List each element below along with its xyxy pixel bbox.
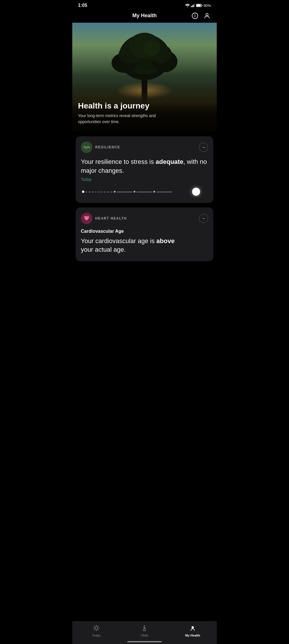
heart-health-icon: [81, 213, 92, 224]
resilience-label: RESILIENCE: [95, 145, 120, 149]
hero-title: Health is a journey: [78, 101, 211, 110]
status-bar: 1:05 90%: [72, 0, 217, 10]
battery-icon: [196, 4, 202, 7]
person-icon: [204, 12, 210, 19]
heart-health-arrow-button[interactable]: →: [199, 214, 208, 223]
info-button[interactable]: [191, 12, 199, 20]
hero-text-overlay: Health is a journey Your long-term metri…: [72, 96, 217, 132]
svg-rect-2: [192, 5, 193, 7]
heart-health-label: HEART HEALTH: [95, 216, 127, 220]
cardiovascular-age-text: Your cardiovascular age is aboveyour act…: [81, 237, 208, 255]
wifi-icon: [185, 4, 190, 7]
header-actions: [191, 12, 211, 20]
signal-icon: [191, 4, 195, 7]
resilience-card[interactable]: RESILIENCE → Your resilience to stress i…: [76, 136, 213, 203]
cardiovascular-age-title: Cardiovascular Age: [81, 229, 208, 234]
resilience-main-text: Your resilience to stress is adequate, w…: [81, 158, 208, 175]
svg-rect-6: [196, 4, 201, 7]
status-icons: 90%: [185, 3, 211, 8]
svg-rect-1: [191, 6, 192, 7]
svg-rect-3: [193, 5, 194, 7]
heart-health-card[interactable]: HEART HEALTH → Cardiovascular Age Your c…: [76, 207, 213, 261]
resilience-icon: [81, 141, 92, 153]
svg-point-11: [206, 13, 208, 16]
status-time: 1:05: [78, 3, 87, 8]
svg-point-21: [143, 41, 160, 56]
battery-percent: 90%: [204, 3, 211, 8]
cards-container: RESILIENCE → Your resilience to stress i…: [72, 132, 217, 266]
resilience-date: Today: [81, 177, 208, 182]
heart-health-card-header: HEART HEALTH →: [81, 213, 208, 224]
info-icon: [192, 12, 198, 19]
resilience-card-header: RESILIENCE →: [81, 141, 208, 153]
page-title: My Health: [132, 13, 157, 19]
profile-button[interactable]: [203, 12, 211, 20]
svg-rect-7: [202, 5, 202, 6]
hero-subtitle: Your long-term metrics reveal strengths …: [78, 113, 211, 125]
resilience-arrow-button[interactable]: →: [199, 143, 208, 152]
hero-section: Health is a journey Your long-term metri…: [72, 23, 217, 132]
app-header: My Health: [72, 10, 217, 23]
svg-rect-4: [194, 4, 195, 7]
resilience-timeline: [81, 187, 208, 196]
svg-point-0: [187, 7, 188, 7]
